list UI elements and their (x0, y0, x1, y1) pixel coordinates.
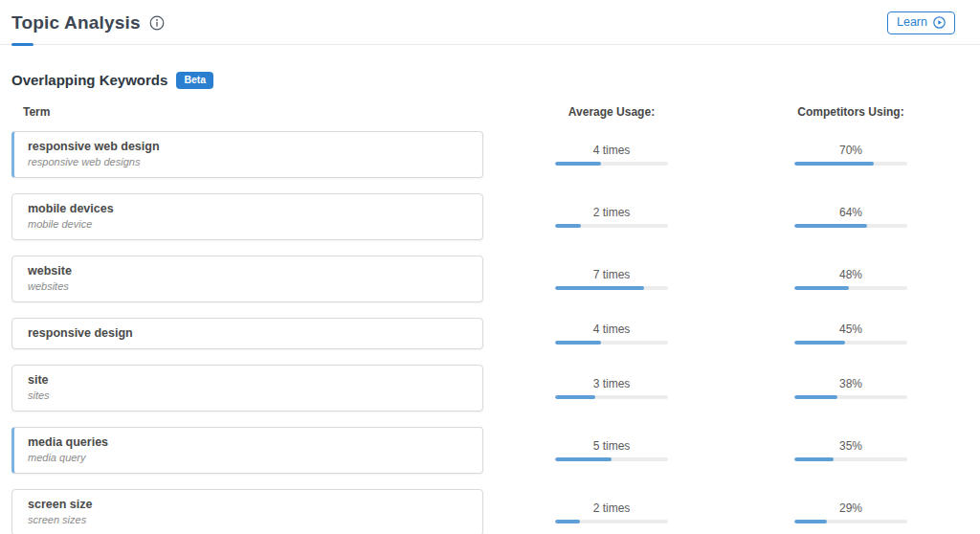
competitors-cell: 45% (794, 323, 907, 345)
competitors-bar-fill (794, 457, 834, 461)
term-variant: websites (28, 279, 467, 294)
usage-value: 3 times (593, 377, 631, 391)
learn-button[interactable]: Learn (887, 11, 955, 34)
competitors-cell: 29% (794, 501, 907, 523)
competitors-bar (794, 286, 907, 290)
competitors-bar-fill (794, 162, 874, 166)
competitors-value: 64% (839, 206, 862, 220)
usage-bar (555, 520, 668, 523)
term-title: website (28, 263, 467, 278)
keyword-row: media queries media query 5 times 35% (0, 427, 980, 474)
usage-cell: 7 times (555, 268, 668, 290)
usage-value: 4 times (593, 323, 631, 337)
competitors-value: 29% (839, 501, 862, 516)
keyword-rows: responsive web design responsive web des… (0, 131, 980, 534)
term-cell: website websites (11, 256, 483, 302)
term-variant: mobile device (28, 217, 467, 232)
usage-cell: 4 times (555, 144, 668, 166)
keyword-row: responsive design 4 times 45% (0, 318, 980, 349)
usage-cell: 4 times (555, 323, 668, 345)
usage-value: 4 times (593, 144, 631, 158)
usage-bar (555, 457, 668, 461)
usage-bar-fill (555, 395, 595, 399)
term-cell: mobile devices mobile device (11, 193, 483, 240)
term-card[interactable]: responsive web design responsive web des… (11, 131, 483, 178)
competitors-bar (794, 341, 907, 345)
usage-value: 7 times (593, 268, 631, 282)
term-cell: media queries media query (11, 427, 483, 474)
competitors-value: 48% (839, 268, 862, 282)
term-variant: media query (28, 451, 467, 465)
term-variant: responsive web designs (28, 155, 467, 169)
column-header-usage: Average Usage: (555, 105, 668, 119)
learn-button-label: Learn (897, 15, 927, 30)
beta-badge: Beta (176, 72, 213, 89)
usage-cell: 5 times (555, 439, 668, 461)
info-icon[interactable] (149, 15, 165, 31)
keyword-row: responsive web design responsive web des… (0, 131, 980, 178)
usage-bar (555, 395, 668, 399)
usage-cell: 2 times (555, 206, 668, 228)
header-divider (0, 44, 980, 45)
usage-bar (555, 162, 668, 166)
competitors-value: 45% (839, 323, 862, 337)
term-variant: sites (28, 389, 467, 403)
keyword-row: screen size screen sizes 2 times 29% (0, 489, 980, 534)
usage-bar (555, 341, 668, 345)
competitors-bar (794, 395, 907, 399)
usage-bar-fill (555, 457, 612, 461)
competitors-cell: 64% (794, 206, 907, 228)
column-header-term: Term (11, 105, 483, 119)
competitors-bar-fill (794, 224, 867, 228)
competitors-value: 70% (839, 144, 862, 158)
competitors-value: 38% (839, 377, 862, 391)
term-card[interactable]: screen size screen sizes (11, 489, 483, 534)
usage-value: 2 times (593, 501, 631, 516)
usage-bar-fill (555, 286, 644, 290)
competitors-cell: 48% (794, 268, 907, 290)
column-header-competitors: Competitors Using: (794, 105, 907, 119)
competitors-cell: 70% (794, 144, 907, 166)
competitors-bar-fill (794, 395, 837, 399)
competitors-cell: 35% (794, 439, 907, 461)
competitors-cell: 38% (794, 377, 907, 399)
competitors-bar (794, 457, 907, 461)
competitors-bar-fill (794, 520, 827, 523)
term-variant: screen sizes (28, 513, 467, 527)
keyword-row: mobile devices mobile device 2 times 64% (0, 193, 980, 240)
topic-analysis-page: Topic Analysis Learn Overlapping Keyw (0, 0, 980, 534)
term-card[interactable]: website websites (11, 256, 483, 302)
usage-value: 2 times (593, 206, 631, 220)
usage-bar-fill (555, 162, 601, 166)
page-title: Topic Analysis (11, 11, 141, 34)
competitors-bar (794, 224, 907, 228)
term-title: responsive design (28, 325, 467, 341)
section-title: Overlapping Keywords (11, 71, 167, 89)
term-title: screen size (28, 497, 467, 512)
usage-bar-fill (555, 224, 581, 228)
page-header: Topic Analysis Learn (0, 0, 980, 34)
term-card[interactable]: site sites (11, 365, 483, 412)
competitors-bar-fill (794, 286, 849, 290)
term-title: media queries (28, 434, 467, 450)
term-card[interactable]: media queries media query (11, 427, 483, 474)
usage-bar-fill (555, 341, 601, 345)
term-title: site (28, 372, 467, 388)
term-card[interactable]: responsive design (11, 318, 483, 349)
competitors-bar (794, 162, 907, 166)
term-cell: responsive web design responsive web des… (11, 131, 483, 178)
usage-bar (555, 224, 668, 228)
keyword-row: website websites 7 times 48% (0, 256, 980, 302)
competitors-bar (794, 520, 907, 523)
term-cell: site sites (11, 365, 483, 412)
active-tab-indicator (11, 43, 33, 46)
usage-cell: 2 times (555, 501, 668, 523)
play-circle-icon (933, 16, 946, 29)
term-title: responsive web design (28, 139, 467, 154)
keyword-row: site sites 3 times 38% (0, 365, 980, 412)
competitors-bar-fill (794, 341, 845, 345)
usage-bar (555, 286, 668, 290)
term-card[interactable]: mobile devices mobile device (11, 193, 483, 240)
term-cell: screen size screen sizes (11, 489, 483, 534)
term-title: mobile devices (28, 201, 467, 216)
